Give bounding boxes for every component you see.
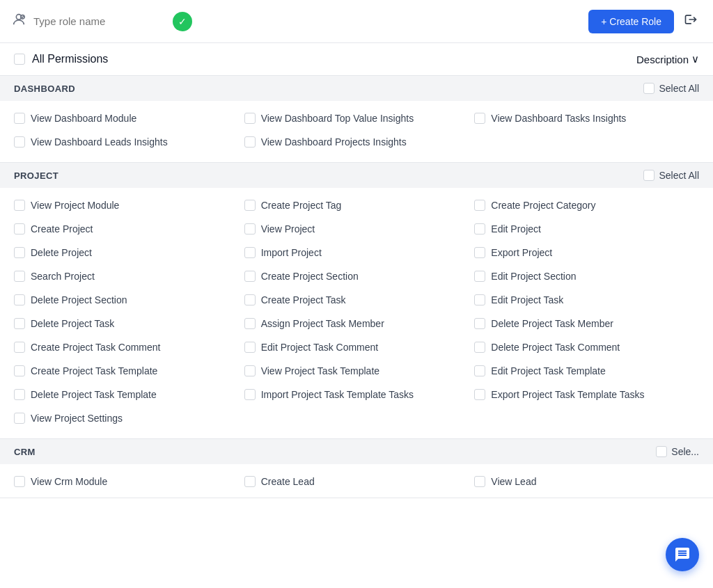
list-item: Export Project [471, 242, 702, 263]
list-item: Create Project [11, 218, 242, 239]
role-icon [11, 12, 26, 31]
list-item: View Dashboard Module [11, 108, 242, 129]
list-item: Assign Project Task Member [242, 313, 472, 334]
project-permissions-grid: View Project Module Create Project Tag C… [0, 188, 713, 438]
perm-label: Delete Project [31, 247, 92, 258]
perm-checkbox[interactable] [14, 223, 25, 235]
perm-label: View Crm Module [31, 476, 107, 487]
list-item: View Project Module [11, 195, 242, 216]
dashboard-permissions-grid: View Dashboard Module View Dashboard Top… [0, 101, 713, 162]
perm-checkbox[interactable] [14, 113, 25, 124]
perm-checkbox[interactable] [474, 200, 485, 211]
list-item: View Lead [471, 471, 702, 492]
header: ✓ + Create Role [0, 0, 713, 43]
section-header-crm: CRM Sele... [0, 439, 713, 464]
perm-checkbox[interactable] [14, 365, 25, 376]
list-item: Edit Project Task [471, 289, 702, 310]
create-role-button[interactable]: + Create Role [588, 10, 674, 33]
perm-checkbox[interactable] [14, 389, 25, 400]
perm-label: Create Project Task Template [31, 365, 157, 376]
perm-checkbox[interactable] [14, 476, 25, 487]
section-title-project: PROJECT [14, 170, 58, 181]
perm-checkbox[interactable] [14, 200, 25, 211]
perm-checkbox[interactable] [14, 342, 25, 353]
perm-label: Edit Project Section [491, 271, 576, 282]
all-permissions-checkbox[interactable] [14, 54, 25, 65]
perm-checkbox[interactable] [474, 113, 485, 124]
role-name-input[interactable] [33, 15, 166, 27]
perm-label: View Lead [491, 476, 536, 487]
perm-checkbox[interactable] [14, 136, 25, 148]
select-all-crm[interactable]: Sele... [656, 446, 699, 457]
perm-label: Create Lead [261, 476, 315, 487]
select-all-crm-label: Sele... [671, 446, 699, 457]
select-all-project[interactable]: Select All [643, 170, 699, 181]
perm-checkbox[interactable] [244, 271, 256, 282]
perm-label: View Dashboard Leads Insights [31, 136, 168, 148]
perm-label: Assign Project Task Member [261, 318, 384, 329]
perm-checkbox[interactable] [474, 271, 485, 282]
list-item: Edit Project Section [471, 266, 702, 287]
perm-checkbox[interactable] [14, 318, 25, 329]
select-all-dashboard[interactable]: Select All [643, 83, 699, 94]
perm-checkbox[interactable] [474, 294, 485, 305]
perm-checkbox[interactable] [244, 113, 256, 124]
perm-label: Edit Project [491, 223, 541, 235]
perm-checkbox[interactable] [474, 247, 485, 258]
list-item: View Project [242, 218, 472, 239]
section-title-crm: CRM [14, 447, 36, 457]
section-header-project: PROJECT Select All [0, 163, 713, 188]
perm-label: Export Project [491, 247, 552, 258]
perm-label: Search Project [31, 271, 95, 282]
list-item: Delete Project Section [11, 289, 242, 310]
perm-checkbox[interactable] [244, 365, 256, 376]
perm-checkbox[interactable] [244, 223, 256, 235]
all-permissions-left: All Permissions [14, 53, 108, 65]
perm-label: Create Project Category [491, 200, 595, 211]
perm-checkbox[interactable] [14, 247, 25, 258]
check-icon: ✓ [173, 12, 192, 31]
list-item: View Dashboard Tasks Insights [471, 108, 702, 129]
list-item: Delete Project Task [11, 313, 242, 334]
list-item: Delete Project [11, 242, 242, 263]
perm-checkbox[interactable] [244, 389, 256, 400]
perm-checkbox[interactable] [474, 365, 485, 376]
perm-checkbox[interactable] [474, 342, 485, 353]
header-right: + Create Role [588, 8, 702, 34]
perm-checkbox[interactable] [244, 294, 256, 305]
perm-label: Create Project [31, 223, 93, 235]
perm-checkbox[interactable] [14, 294, 25, 305]
crm-permissions-grid: View Crm Module Create Lead View Lead [0, 464, 713, 498]
list-item: Import Project [242, 242, 472, 263]
select-all-dashboard-label: Select All [659, 83, 699, 94]
perm-checkbox[interactable] [244, 136, 256, 148]
perm-checkbox[interactable] [244, 200, 256, 211]
perm-checkbox[interactable] [474, 476, 485, 487]
section-dashboard: DASHBOARD Select All View Dashboard Modu… [0, 76, 713, 163]
perm-checkbox[interactable] [244, 318, 256, 329]
list-item: View Project Task Template [242, 360, 472, 381]
perm-checkbox[interactable] [244, 476, 256, 487]
perm-checkbox[interactable] [474, 223, 485, 235]
description-dropdown[interactable]: Description ∨ [636, 53, 699, 65]
select-all-project-checkbox[interactable] [643, 170, 655, 181]
perm-label: Create Project Task [261, 294, 346, 305]
perm-label: Delete Project Task Template [31, 389, 157, 400]
perm-checkbox[interactable] [14, 271, 25, 282]
perm-label: Create Project Task Comment [31, 342, 160, 353]
perm-label: View Dashboard Top Value Insights [261, 113, 414, 124]
perm-checkbox[interactable] [474, 389, 485, 400]
select-all-dashboard-checkbox[interactable] [643, 83, 655, 94]
perm-checkbox[interactable] [244, 247, 256, 258]
perm-checkbox[interactable] [474, 318, 485, 329]
list-item: Create Lead [242, 471, 472, 492]
list-item: View Crm Module [11, 471, 242, 492]
select-all-crm-checkbox[interactable] [656, 446, 667, 457]
perm-checkbox[interactable] [244, 342, 256, 353]
chat-bubble[interactable] [666, 538, 699, 571]
perm-checkbox[interactable] [14, 413, 25, 424]
select-all-project-label: Select All [659, 170, 699, 181]
list-item: Edit Project Task Template [471, 360, 702, 381]
list-item: Import Project Task Template Tasks [242, 384, 472, 405]
exit-button[interactable] [680, 8, 702, 34]
